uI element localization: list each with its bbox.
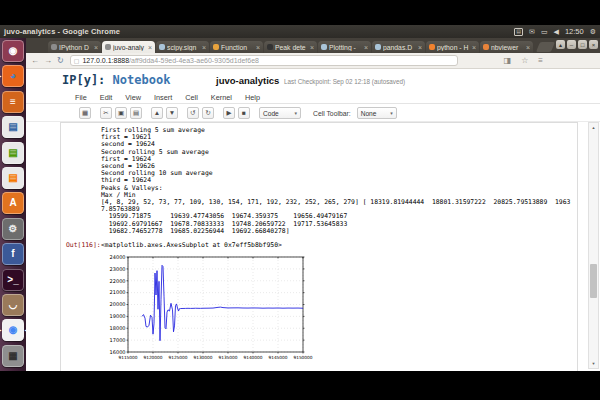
- launcher-item-terminal[interactable]: >_: [2, 269, 24, 291]
- close-button[interactable]: ×: [589, 40, 598, 49]
- new-tab-button[interactable]: [536, 42, 555, 52]
- launcher-item-facebook[interactable]: f: [2, 243, 24, 265]
- url-path: /aff9dda4-59ed-4ea3-ae60-9305d1def6e8: [129, 57, 259, 64]
- libreoffice-writer-icon: ▤: [8, 122, 17, 132]
- address-bar-actions: ◨ ☆ ≡: [504, 57, 543, 65]
- chrome-menu-icon[interactable]: ≡: [538, 57, 543, 65]
- cell-type-value: Code: [263, 110, 279, 117]
- tab-peak-dete[interactable]: Peak dete×: [264, 41, 317, 53]
- tab-close-icon[interactable]: ×: [202, 44, 206, 51]
- tab-nbviewer[interactable]: nbviewer×: [480, 41, 533, 53]
- tab-label: Peak dete: [275, 44, 309, 51]
- volume-indicator-icon[interactable]: ◀: [554, 28, 559, 35]
- scrollbar-thumb[interactable]: [590, 264, 597, 298]
- interrupt-button[interactable]: ■: [238, 107, 250, 119]
- tab-python-h[interactable]: python - H×: [426, 41, 479, 53]
- launcher-item-chrome[interactable]: ◉: [2, 319, 24, 341]
- run-button[interactable]: ▶: [223, 107, 235, 119]
- launcher: ◉◕≡▤▤▤A⚙f>_◡◉▦: [0, 38, 26, 371]
- cut-cell-button[interactable]: ✂: [100, 107, 112, 119]
- move-up-button[interactable]: ▲: [151, 107, 163, 119]
- run-next-button[interactable]: ↻: [202, 107, 214, 119]
- launcher-item-system-settings[interactable]: ⚙: [2, 218, 24, 240]
- browser-window: IPython D×juvo-analy×scipy.sign×Function…: [26, 38, 600, 371]
- tab-close-icon[interactable]: ×: [472, 44, 476, 51]
- tab-overview-button[interactable]: ▴: [556, 40, 565, 49]
- cell-toolbar-label: Cell Toolbar:: [313, 110, 351, 117]
- launcher-item-libreoffice-calc[interactable]: ▤: [2, 142, 24, 164]
- reload-icon[interactable]: ↻: [57, 57, 64, 65]
- move-down-button[interactable]: ▼: [166, 107, 178, 119]
- scrollbar[interactable]: ▲ ▼: [588, 122, 599, 369]
- menu-file[interactable]: File: [75, 93, 87, 102]
- tab-close-icon[interactable]: ×: [364, 44, 368, 51]
- launcher-item-software-center[interactable]: A: [2, 192, 24, 214]
- tab-label: scipy.sign: [167, 44, 201, 51]
- copy-cell-button[interactable]: ▣: [115, 107, 127, 119]
- launcher-item-libreoffice-impress[interactable]: ▤: [2, 167, 24, 189]
- url-input[interactable]: ▢ 127.0.0.1:8888 /aff9dda4-59ed-4ea3-ae6…: [70, 55, 458, 66]
- menu-cell[interactable]: Cell: [185, 93, 198, 102]
- bookmark-star-icon[interactable]: ☆: [521, 57, 528, 65]
- gimp-icon: ◡: [9, 300, 18, 310]
- tab-close-icon[interactable]: ×: [256, 44, 260, 51]
- paste-cell-button[interactable]: ▤: [130, 107, 142, 119]
- forward-icon[interactable]: →: [44, 57, 52, 65]
- mail-indicator-icon[interactable]: ✉: [529, 28, 535, 35]
- cell-type-select[interactable]: Code ▾: [259, 107, 301, 119]
- svg-text:17000: 17000: [110, 337, 126, 343]
- launcher-item-libreoffice-writer[interactable]: ▤: [2, 116, 24, 138]
- menu-view[interactable]: View: [125, 93, 141, 102]
- save-button[interactable]: ▦: [79, 107, 91, 119]
- launcher-item-dash-home[interactable]: ◉: [2, 40, 24, 62]
- run-prev-button[interactable]: ↺: [187, 107, 199, 119]
- tab-function[interactable]: Function×: [210, 41, 263, 53]
- svg-text:9135000: 9135000: [218, 355, 237, 360]
- launcher-item-firefox[interactable]: ◕: [2, 65, 24, 87]
- checkpoint-status: Last Checkpoint: Sep 02 12:18 (autosaved…: [284, 78, 405, 85]
- maximize-button[interactable]: □: [578, 40, 587, 49]
- clock[interactable]: 12:50: [565, 27, 584, 36]
- notebook-page: IP[y]: Notebook juvo-analytics Last Chec…: [26, 69, 600, 371]
- notebook-title[interactable]: juvo-analytics: [216, 75, 279, 86]
- launcher-item-files[interactable]: ≡: [2, 91, 24, 113]
- keyboard-indicator-icon[interactable]: ▤: [514, 28, 523, 36]
- menu-insert[interactable]: Insert: [154, 93, 172, 102]
- scroll-up-icon[interactable]: ▲: [589, 123, 598, 132]
- tab-pandas-d[interactable]: pandas.D×: [372, 41, 425, 53]
- svg-text:9120000: 9120000: [143, 355, 162, 360]
- cell-toolbar-select[interactable]: None ▾: [357, 107, 397, 119]
- tab-close-icon[interactable]: ×: [94, 44, 98, 51]
- translate-icon[interactable]: ◨: [504, 57, 512, 65]
- tab-close-icon[interactable]: ×: [526, 44, 530, 51]
- menu-help[interactable]: Help: [245, 93, 260, 102]
- tab-scipy-sign[interactable]: scipy.sign×: [156, 41, 209, 53]
- minimize-button[interactable]: –: [567, 40, 576, 49]
- tab-close-icon[interactable]: ×: [148, 44, 152, 51]
- launcher-item-gimp[interactable]: ◡: [2, 294, 24, 316]
- chevron-down-icon: ▾: [289, 110, 297, 116]
- tab-ipython-d[interactable]: IPython D×: [48, 41, 101, 53]
- svg-text:9115000: 9115000: [118, 355, 137, 360]
- launcher-item-keyboard[interactable]: ▦: [2, 345, 24, 367]
- tab-close-icon[interactable]: ×: [418, 44, 422, 51]
- notebook-content[interactable]: First rolling 5 sum average first = 1962…: [26, 122, 600, 371]
- ipython-logo[interactable]: IP[y]: Notebook: [62, 73, 170, 87]
- session-indicator-icon[interactable]: ⚙: [590, 28, 596, 35]
- menu-kernel[interactable]: Kernel: [211, 93, 232, 102]
- url-host: 127.0.0.1:8888: [82, 57, 129, 64]
- window-title: juvo-analytics - Google Chrome: [4, 27, 120, 36]
- dash-home-icon: ◉: [9, 46, 18, 56]
- tab-close-icon[interactable]: ×: [310, 44, 314, 51]
- tab-juvo-analy[interactable]: juvo-analy×: [102, 41, 155, 53]
- screen: juvo-analytics - Google Chrome ▤✉▭◀12:50…: [0, 0, 600, 400]
- menu-edit[interactable]: Edit: [100, 93, 113, 102]
- page-favicon: [321, 44, 327, 50]
- battery-indicator-icon[interactable]: ▭: [541, 28, 548, 35]
- software-center-icon: A: [9, 198, 16, 208]
- panel-indicators: ▤✉▭◀12:50⚙: [514, 27, 596, 36]
- scroll-down-icon[interactable]: ▼: [589, 359, 598, 368]
- tab-plotting-[interactable]: Plotting -×: [318, 41, 371, 53]
- github-favicon: [267, 44, 273, 50]
- back-icon[interactable]: ←: [31, 57, 39, 65]
